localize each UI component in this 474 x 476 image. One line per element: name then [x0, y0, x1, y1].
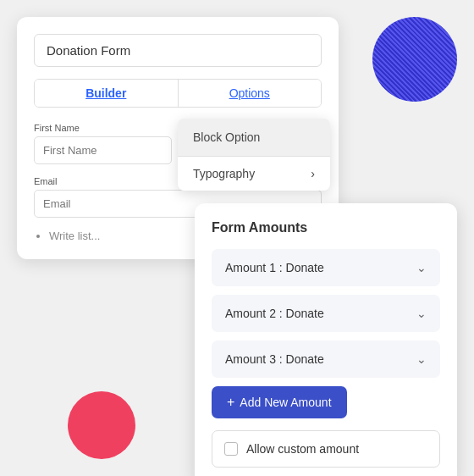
form-amounts-card: Form Amounts Amount 1 : Donate ⌄ Amount … — [195, 203, 457, 476]
decorative-red-circle — [68, 391, 135, 459]
chevron-down-icon-2: ⌄ — [416, 307, 427, 320]
amount-row-2[interactable]: Amount 2 : Donate ⌄ — [212, 295, 440, 332]
amount-3-label: Amount 3 : Donate — [225, 352, 324, 366]
tab-options[interactable]: Options — [179, 80, 322, 107]
custom-amount-row: Allow custom amount — [212, 430, 440, 468]
first-name-field: First Name — [34, 123, 172, 164]
form-title-input[interactable] — [34, 34, 322, 67]
block-option-card: Block Option Typography › — [178, 119, 330, 191]
block-option-label: Block Option — [193, 130, 260, 144]
first-name-label: First Name — [34, 123, 172, 133]
chevron-right-icon: › — [311, 167, 315, 180]
add-new-amount-label: Add New Amount — [240, 396, 331, 409]
amount-2-label: Amount 2 : Donate — [225, 307, 324, 320]
typography-item[interactable]: Typography › — [178, 157, 330, 191]
amounts-title: Form Amounts — [212, 220, 440, 235]
block-option-item[interactable]: Block Option — [178, 119, 330, 157]
plus-icon: + — [227, 395, 234, 410]
custom-amount-label: Allow custom amount — [246, 442, 359, 456]
amount-row-3[interactable]: Amount 3 : Donate ⌄ — [212, 340, 440, 378]
custom-amount-checkbox[interactable] — [224, 442, 238, 456]
chevron-down-icon-1: ⌄ — [416, 261, 427, 274]
amount-1-label: Amount 1 : Donate — [225, 261, 324, 274]
tabs-row: Builder Options — [34, 79, 322, 108]
amount-row-1[interactable]: Amount 1 : Donate ⌄ — [212, 249, 440, 286]
add-new-amount-button[interactable]: + Add New Amount — [212, 386, 347, 418]
tab-builder[interactable]: Builder — [35, 80, 178, 107]
chevron-down-icon-3: ⌄ — [416, 352, 427, 366]
first-name-input[interactable] — [34, 136, 172, 164]
typography-label: Typography — [193, 167, 255, 180]
decorative-blue-circle — [372, 17, 457, 102]
